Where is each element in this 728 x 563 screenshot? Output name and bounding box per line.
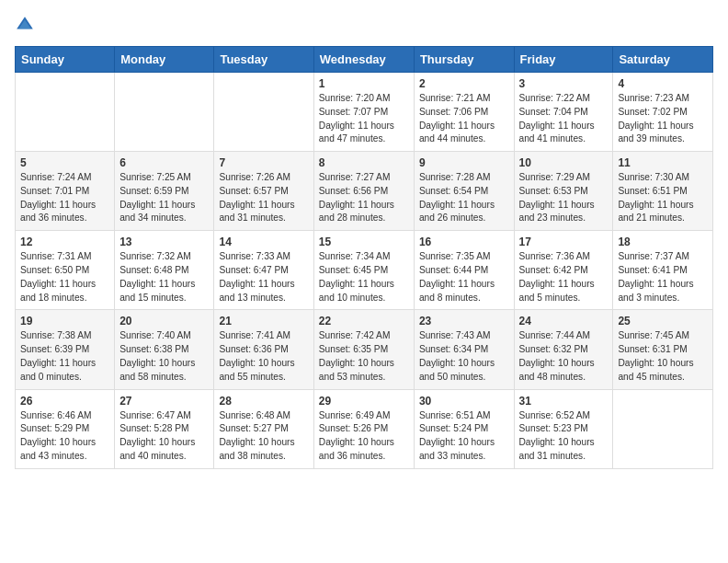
col-header-tuesday: Tuesday <box>214 47 313 73</box>
calendar-cell: 11Sunrise: 7:30 AMSunset: 6:51 PMDayligh… <box>613 152 713 231</box>
day-number: 21 <box>219 315 308 327</box>
day-number: 16 <box>419 236 509 248</box>
cell-info: Sunrise: 7:36 AMSunset: 6:42 PMDaylight:… <box>519 250 609 304</box>
cell-info: Sunrise: 7:26 AMSunset: 6:57 PMDaylight:… <box>219 171 308 225</box>
calendar-cell: 23Sunrise: 7:43 AMSunset: 6:34 PMDayligh… <box>414 310 514 389</box>
cell-info: Sunrise: 7:21 AMSunset: 7:06 PMDaylight:… <box>419 92 509 146</box>
day-number: 28 <box>219 395 308 408</box>
calendar-week-row: 5Sunrise: 7:24 AMSunset: 7:01 PMDaylight… <box>16 152 713 231</box>
calendar-cell: 14Sunrise: 7:33 AMSunset: 6:47 PMDayligh… <box>214 231 313 310</box>
calendar-cell: 3Sunrise: 7:22 AMSunset: 7:04 PMDaylight… <box>514 73 613 152</box>
cell-info: Sunrise: 7:35 AMSunset: 6:44 PMDaylight:… <box>419 250 509 304</box>
calendar-cell <box>613 389 713 468</box>
calendar-cell: 15Sunrise: 7:34 AMSunset: 6:45 PMDayligh… <box>313 231 414 310</box>
calendar-cell <box>214 73 313 152</box>
cell-info: Sunrise: 7:42 AMSunset: 6:35 PMDaylight:… <box>319 329 409 384</box>
logo <box>15 15 39 35</box>
day-number: 12 <box>20 236 109 248</box>
cell-info: Sunrise: 7:40 AMSunset: 6:38 PMDaylight:… <box>119 329 209 384</box>
cell-info: Sunrise: 7:32 AMSunset: 6:48 PMDaylight:… <box>119 250 209 304</box>
cell-info: Sunrise: 7:23 AMSunset: 7:02 PMDaylight:… <box>618 92 708 146</box>
calendar-week-row: 1Sunrise: 7:20 AMSunset: 7:07 PMDaylight… <box>16 73 713 152</box>
page-header <box>15 15 713 35</box>
calendar-cell: 9Sunrise: 7:28 AMSunset: 6:54 PMDaylight… <box>414 152 514 231</box>
calendar-cell: 17Sunrise: 7:36 AMSunset: 6:42 PMDayligh… <box>514 231 613 310</box>
cell-info: Sunrise: 7:31 AMSunset: 6:50 PMDaylight:… <box>20 250 109 304</box>
day-number: 15 <box>319 236 409 248</box>
cell-info: Sunrise: 7:38 AMSunset: 6:39 PMDaylight:… <box>20 329 109 384</box>
day-number: 6 <box>119 156 209 169</box>
cell-info: Sunrise: 7:22 AMSunset: 7:04 PMDaylight:… <box>519 92 609 146</box>
calendar-cell: 10Sunrise: 7:29 AMSunset: 6:53 PMDayligh… <box>514 152 613 231</box>
calendar-cell: 29Sunrise: 6:49 AMSunset: 5:26 PMDayligh… <box>313 389 414 468</box>
cell-info: Sunrise: 7:44 AMSunset: 6:32 PMDaylight:… <box>519 329 609 384</box>
col-header-thursday: Thursday <box>414 47 514 73</box>
cell-info: Sunrise: 7:28 AMSunset: 6:54 PMDaylight:… <box>419 171 509 225</box>
cell-info: Sunrise: 7:25 AMSunset: 6:59 PMDaylight:… <box>119 171 209 225</box>
day-number: 25 <box>618 315 708 327</box>
cell-info: Sunrise: 6:46 AMSunset: 5:29 PMDaylight:… <box>20 409 109 464</box>
calendar-cell: 4Sunrise: 7:23 AMSunset: 7:02 PMDaylight… <box>613 73 713 152</box>
cell-info: Sunrise: 7:27 AMSunset: 6:56 PMDaylight:… <box>319 171 409 225</box>
calendar-cell: 22Sunrise: 7:42 AMSunset: 6:35 PMDayligh… <box>313 310 414 389</box>
day-number: 2 <box>419 77 509 90</box>
calendar-cell: 28Sunrise: 6:48 AMSunset: 5:27 PMDayligh… <box>214 389 313 468</box>
cell-info: Sunrise: 7:30 AMSunset: 6:51 PMDaylight:… <box>618 171 708 225</box>
calendar-cell: 8Sunrise: 7:27 AMSunset: 6:56 PMDaylight… <box>313 152 414 231</box>
calendar-cell: 12Sunrise: 7:31 AMSunset: 6:50 PMDayligh… <box>16 231 115 310</box>
calendar-cell: 27Sunrise: 6:47 AMSunset: 5:28 PMDayligh… <box>115 389 214 468</box>
calendar-cell: 19Sunrise: 7:38 AMSunset: 6:39 PMDayligh… <box>16 310 115 389</box>
calendar-cell <box>115 73 214 152</box>
calendar-table: SundayMondayTuesdayWednesdayThursdayFrid… <box>15 46 713 469</box>
day-number: 29 <box>319 395 409 408</box>
day-number: 24 <box>519 315 609 327</box>
day-number: 13 <box>119 236 209 248</box>
col-header-monday: Monday <box>115 47 214 73</box>
day-number: 4 <box>618 77 708 90</box>
calendar-week-row: 12Sunrise: 7:31 AMSunset: 6:50 PMDayligh… <box>16 231 713 310</box>
calendar-cell: 20Sunrise: 7:40 AMSunset: 6:38 PMDayligh… <box>115 310 214 389</box>
col-header-friday: Friday <box>514 47 613 73</box>
logo-icon <box>15 15 35 35</box>
day-number: 30 <box>419 395 509 408</box>
cell-info: Sunrise: 7:34 AMSunset: 6:45 PMDaylight:… <box>319 250 409 304</box>
calendar-cell: 16Sunrise: 7:35 AMSunset: 6:44 PMDayligh… <box>414 231 514 310</box>
calendar-cell: 7Sunrise: 7:26 AMSunset: 6:57 PMDaylight… <box>214 152 313 231</box>
calendar-week-row: 19Sunrise: 7:38 AMSunset: 6:39 PMDayligh… <box>16 310 713 389</box>
calendar-cell: 25Sunrise: 7:45 AMSunset: 6:31 PMDayligh… <box>613 310 713 389</box>
day-number: 1 <box>319 77 409 90</box>
calendar-cell: 1Sunrise: 7:20 AMSunset: 7:07 PMDaylight… <box>313 73 414 152</box>
cell-info: Sunrise: 7:24 AMSunset: 7:01 PMDaylight:… <box>20 171 109 225</box>
col-header-wednesday: Wednesday <box>313 47 414 73</box>
day-number: 8 <box>319 156 409 169</box>
calendar-cell: 6Sunrise: 7:25 AMSunset: 6:59 PMDaylight… <box>115 152 214 231</box>
calendar-cell: 30Sunrise: 6:51 AMSunset: 5:24 PMDayligh… <box>414 389 514 468</box>
day-number: 19 <box>20 315 109 327</box>
calendar-cell: 31Sunrise: 6:52 AMSunset: 5:23 PMDayligh… <box>514 389 613 468</box>
calendar-cell: 24Sunrise: 7:44 AMSunset: 6:32 PMDayligh… <box>514 310 613 389</box>
calendar-cell: 18Sunrise: 7:37 AMSunset: 6:41 PMDayligh… <box>613 231 713 310</box>
day-number: 5 <box>20 156 109 169</box>
calendar-week-row: 26Sunrise: 6:46 AMSunset: 5:29 PMDayligh… <box>16 389 713 468</box>
cell-info: Sunrise: 7:29 AMSunset: 6:53 PMDaylight:… <box>519 171 609 225</box>
day-number: 22 <box>319 315 409 327</box>
col-header-sunday: Sunday <box>16 47 115 73</box>
day-number: 9 <box>419 156 509 169</box>
calendar-cell: 13Sunrise: 7:32 AMSunset: 6:48 PMDayligh… <box>115 231 214 310</box>
cell-info: Sunrise: 6:52 AMSunset: 5:23 PMDaylight:… <box>519 409 609 464</box>
day-number: 10 <box>519 156 609 169</box>
cell-info: Sunrise: 6:51 AMSunset: 5:24 PMDaylight:… <box>419 409 509 464</box>
cell-info: Sunrise: 6:47 AMSunset: 5:28 PMDaylight:… <box>119 409 209 464</box>
col-header-saturday: Saturday <box>613 47 713 73</box>
calendar-cell: 21Sunrise: 7:41 AMSunset: 6:36 PMDayligh… <box>214 310 313 389</box>
day-number: 20 <box>119 315 209 327</box>
calendar-cell: 2Sunrise: 7:21 AMSunset: 7:06 PMDaylight… <box>414 73 514 152</box>
cell-info: Sunrise: 6:48 AMSunset: 5:27 PMDaylight:… <box>219 409 308 464</box>
day-number: 18 <box>618 236 708 248</box>
cell-info: Sunrise: 7:45 AMSunset: 6:31 PMDaylight:… <box>618 329 708 384</box>
day-number: 17 <box>519 236 609 248</box>
cell-info: Sunrise: 7:41 AMSunset: 6:36 PMDaylight:… <box>219 329 308 384</box>
calendar-header-row: SundayMondayTuesdayWednesdayThursdayFrid… <box>16 47 713 73</box>
cell-info: Sunrise: 7:37 AMSunset: 6:41 PMDaylight:… <box>618 250 708 304</box>
day-number: 11 <box>618 156 708 169</box>
